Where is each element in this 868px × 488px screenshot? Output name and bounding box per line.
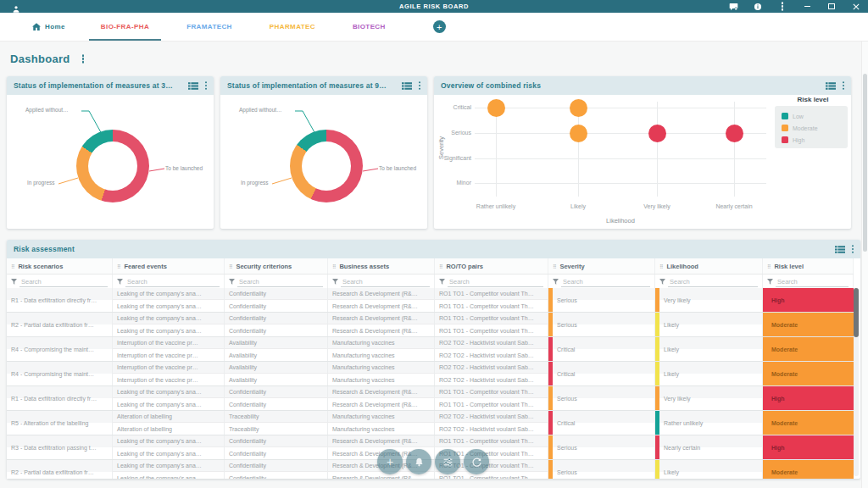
- search-input[interactable]: [776, 277, 849, 287]
- risk-point-moderate[interactable]: [487, 99, 505, 117]
- legend-item-high[interactable]: High: [782, 134, 848, 146]
- drag-handle-icon[interactable]: ⠿: [11, 263, 14, 269]
- cell-severity: Serious: [548, 386, 655, 410]
- tab-home[interactable]: Home: [32, 13, 65, 41]
- risk-point-high[interactable]: [648, 125, 666, 142]
- cell-sub: Manufacturing vaccines: [328, 411, 435, 423]
- legend: LowModerateHigh: [775, 106, 848, 148]
- drag-handle-icon[interactable]: ⠿: [553, 263, 556, 269]
- add-button[interactable]: +: [377, 449, 403, 474]
- donut-chart[interactable]: [290, 130, 363, 202]
- tab-bio-fra-pha[interactable]: BIO-FRA-PHA: [89, 13, 161, 41]
- column-header[interactable]: ⠿Severity: [548, 258, 655, 274]
- close-button[interactable]: [851, 2, 861, 12]
- filter-icon[interactable]: [553, 279, 559, 285]
- filter-icon[interactable]: [229, 279, 235, 285]
- table-scrollbar[interactable]: [854, 288, 859, 476]
- risk-point-moderate[interactable]: [570, 99, 587, 117]
- drag-handle-icon[interactable]: ⠿: [332, 263, 336, 269]
- y-tick-label: Significant: [434, 155, 471, 161]
- column-header[interactable]: ⠿Business assets: [328, 258, 435, 274]
- cell-sub: RO2 TO2 - Hacktivist voulant Sab…: [435, 411, 548, 423]
- filter-icon[interactable]: [439, 279, 445, 285]
- legend-item-moderate[interactable]: Moderate: [782, 122, 848, 134]
- search-input[interactable]: [341, 277, 430, 287]
- bell-icon: [414, 457, 425, 468]
- cell-sub: Confidentiality: [225, 386, 328, 398]
- add-project-tab-button[interactable]: +: [433, 20, 446, 33]
- table-row[interactable]: R2 - Partial data exfiltration fr…Leakin…: [7, 313, 854, 337]
- minimize-button[interactable]: [802, 2, 812, 12]
- filter-icon[interactable]: [332, 279, 338, 285]
- cell-severity: Serious: [548, 460, 655, 479]
- drag-handle-icon[interactable]: ⠿: [767, 263, 771, 269]
- donut-slice-label: To be launched: [165, 165, 203, 171]
- legend-item-low[interactable]: Low: [782, 110, 848, 122]
- cell-sub: RO2 TO2 - Hacktivist voulant Sab…: [435, 349, 548, 361]
- column-header[interactable]: ⠿Risk level: [763, 258, 854, 274]
- table-row[interactable]: R4 - Compromising the maint…Interruption…: [7, 362, 854, 386]
- search-input[interactable]: [561, 277, 650, 287]
- column-header-label: Feared events: [124, 263, 166, 270]
- column-header[interactable]: ⠿Likelihood: [655, 258, 763, 274]
- card-menu-icon[interactable]: [843, 85, 845, 87]
- table-row[interactable]: R5 - Alteration of the labellingAlterati…: [7, 411, 854, 435]
- table-row[interactable]: R1 - Data exfiltration directly fr…Leaki…: [7, 288, 854, 313]
- tab-pharmatec[interactable]: PHARMATEC: [258, 13, 327, 41]
- donut-slice-label: To be launched: [379, 165, 416, 171]
- filter-icon[interactable]: [767, 279, 773, 285]
- page-scrollbar-thumb[interactable]: [863, 74, 867, 252]
- column-header[interactable]: ⠿Security criterions: [225, 258, 328, 274]
- table-view-icon[interactable]: [402, 82, 412, 90]
- drag-handle-icon[interactable]: ⠿: [117, 263, 120, 269]
- filter-icon[interactable]: [11, 279, 17, 285]
- titlebar-menu-icon[interactable]: [777, 2, 787, 12]
- cell-risk-level: High: [763, 386, 854, 410]
- table-scrollbar-thumb[interactable]: [854, 288, 859, 337]
- cell-severity: Serious: [548, 288, 655, 312]
- drag-handle-icon[interactable]: ⠿: [659, 263, 663, 269]
- info-icon[interactable]: [753, 2, 763, 12]
- filters-button[interactable]: [435, 449, 460, 474]
- x-tick-label: Rather unlikely: [462, 203, 530, 209]
- card-menu-icon[interactable]: [852, 248, 854, 251]
- refresh-icon: [471, 457, 482, 468]
- feedback-icon[interactable]: [728, 2, 738, 12]
- column-header[interactable]: ⠿Feared events: [113, 258, 225, 274]
- gridline-v: [734, 102, 735, 197]
- cell-sub: Leaking of the company's ana…: [113, 435, 225, 447]
- table-row[interactable]: R1 - Data exfiltration directly fr…Leaki…: [7, 386, 854, 411]
- tab-biotech[interactable]: BIOTECH: [341, 13, 398, 41]
- cell-sub: Leaking of the company's ana…: [113, 460, 225, 472]
- refresh-button[interactable]: [464, 449, 489, 474]
- card-measures-status-1: Status of implementation of measures at …: [7, 76, 214, 229]
- page-scrollbar[interactable]: [861, 42, 868, 488]
- donut-chart[interactable]: [76, 130, 149, 202]
- filter-icon[interactable]: [117, 279, 123, 285]
- table-view-icon[interactable]: [188, 82, 198, 90]
- card-menu-icon[interactable]: [205, 85, 208, 87]
- risk-point-high[interactable]: [726, 125, 743, 142]
- filter-icon[interactable]: [659, 279, 665, 285]
- column-header[interactable]: ⠿Risk scenarios: [7, 258, 113, 274]
- table-view-icon[interactable]: [835, 246, 845, 253]
- search-input[interactable]: [19, 277, 108, 287]
- card-menu-icon[interactable]: [419, 85, 421, 87]
- risk-point-moderate[interactable]: [570, 125, 587, 142]
- maximize-button[interactable]: [826, 2, 837, 12]
- notifications-button[interactable]: [406, 449, 431, 474]
- drag-handle-icon[interactable]: ⠿: [439, 263, 442, 269]
- dashboard-menu-icon[interactable]: [82, 58, 85, 60]
- table-row[interactable]: R4 - Compromising the maint…Interruption…: [7, 337, 854, 362]
- search-input[interactable]: [668, 277, 758, 287]
- column-header[interactable]: ⠿RO/TO pairs: [435, 258, 548, 274]
- cell-sub: Confidentiality: [225, 324, 328, 336]
- tab-framatech[interactable]: FRAMATECH: [175, 13, 244, 41]
- drag-handle-icon[interactable]: ⠿: [229, 263, 232, 269]
- search-input[interactable]: [448, 277, 543, 287]
- column-filter: [435, 274, 548, 289]
- table-view-icon[interactable]: [826, 82, 836, 90]
- search-input[interactable]: [125, 277, 220, 287]
- cell-sub: Leaking of the company's ana…: [113, 324, 225, 336]
- search-input[interactable]: [237, 277, 323, 287]
